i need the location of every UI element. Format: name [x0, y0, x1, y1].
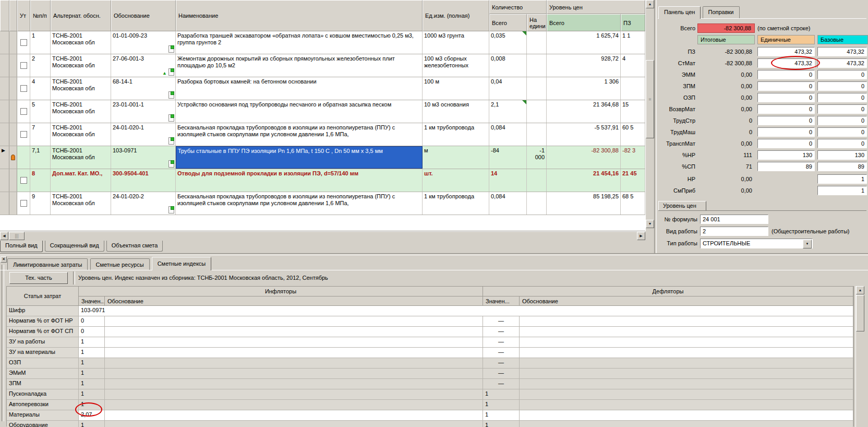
price-pz-cell[interactable]: 68 5: [621, 192, 645, 215]
inflator-basis-cell[interactable]: [105, 379, 483, 389]
header-num[interactable]: №п/п: [30, 0, 51, 31]
alt-basis-cell[interactable]: ТСНБ-2001 Московская обл: [51, 77, 111, 100]
scroll-up-icon[interactable]: ▲: [856, 286, 864, 294]
num-cell[interactable]: 1: [30, 31, 51, 54]
attachment-icon[interactable]: [168, 68, 174, 76]
num-cell[interactable]: 4: [30, 77, 51, 100]
unit-price-field[interactable]: 89: [757, 162, 815, 171]
scrollbar-thumb[interactable]: [856, 295, 864, 331]
basis-cell[interactable]: 103-0971: [111, 146, 176, 169]
basis-cell[interactable]: 68-14-1: [111, 77, 176, 100]
base-price-field[interactable]: 1: [817, 174, 867, 184]
inflator-value-cell[interactable]: 1: [79, 389, 105, 399]
inflator-basis-cell[interactable]: [105, 327, 483, 337]
unit-cell[interactable]: 100 м3 сборных железобетонных: [423, 54, 489, 77]
alt-basis-cell[interactable]: ТСНБ-2001 Московская обл: [51, 54, 111, 77]
inflator-value-cell[interactable]: 0: [79, 327, 105, 337]
qty-cell[interactable]: 0,084: [489, 123, 527, 146]
num-cell[interactable]: 8: [30, 169, 51, 192]
name-cell[interactable]: Бесканальная прокладка трубопроводов в и…: [176, 123, 423, 146]
qty-per-unit-cell[interactable]: [527, 169, 547, 192]
deflator-basis-cell[interactable]: [520, 316, 853, 326]
tab-price-level[interactable]: Уровень цен: [658, 201, 706, 211]
qty-per-unit-cell[interactable]: [527, 123, 547, 146]
basis-cell[interactable]: 24-01-020-2: [111, 192, 176, 215]
price-pz-cell[interactable]: 21 45: [621, 169, 645, 192]
work-type-select[interactable]: СТРОИТЕЛЬНЫЕ ▼: [700, 239, 813, 248]
unit-price-field[interactable]: 0: [757, 116, 815, 125]
table-row[interactable]: 9 ТСНБ-2001 Московская обл 24-01-020-2 Б…: [0, 192, 645, 215]
base-price-field[interactable]: 1: [817, 186, 867, 195]
price-total-cell[interactable]: 21 364,68: [547, 100, 621, 123]
num-cell[interactable]: 7,1: [30, 146, 51, 169]
deflator-value-cell[interactable]: 1: [483, 421, 520, 427]
basis-cell[interactable]: 24-01-020-1: [111, 123, 176, 146]
alt-basis-cell[interactable]: ТСНБ-2001 Московская обл: [51, 192, 111, 215]
alt-basis-cell[interactable]: ТСНБ-2001 Московская обл: [51, 146, 111, 169]
work-kind-field[interactable]: 2: [700, 227, 768, 236]
deflator-basis-cell[interactable]: [520, 358, 853, 368]
price-total-cell[interactable]: 21 454,16: [547, 169, 621, 192]
table-row[interactable]: 7 ТСНБ-2001 Московская обл 24-01-020-1 Б…: [0, 123, 645, 146]
header-quantity-total[interactable]: Всего: [489, 14, 527, 31]
table-row[interactable]: 4 ТСНБ-2001 Московская обл 68-14-1 Разбо…: [0, 77, 645, 100]
inflator-value-cell[interactable]: 0: [79, 316, 105, 326]
alt-basis-cell[interactable]: Доп.мат. Кат. МО.,: [51, 169, 111, 192]
table-row[interactable]: 2 ТСНБ-2001 Московская обл 27-06-001-3▲ …: [0, 54, 645, 77]
unit-price-field[interactable]: 0: [757, 93, 815, 102]
table-row[interactable]: 8 Доп.мат. Кат. МО., 300-9504-401 Отводы…: [0, 169, 645, 192]
attachment-icon[interactable]: [168, 45, 174, 53]
basis-cell[interactable]: 27-06-001-3▲: [111, 54, 176, 77]
inflator-value-cell[interactable]: 1: [79, 369, 105, 378]
deflator-value-cell[interactable]: 1: [483, 389, 520, 399]
deflator-basis-cell[interactable]: [520, 348, 853, 358]
unit-price-field[interactable]: 0: [757, 104, 815, 114]
header-name[interactable]: Наименование: [176, 0, 423, 31]
unit-price-field[interactable]: 0: [757, 70, 815, 79]
scroll-down-icon[interactable]: ▼: [646, 220, 654, 228]
basis-cell[interactable]: 01-01-009-23: [111, 31, 176, 54]
approve-checkbox[interactable]: [20, 200, 27, 207]
approve-checkbox[interactable]: [20, 177, 27, 184]
attachment-icon[interactable]: [168, 206, 174, 214]
unit-price-field[interactable]: 0: [757, 81, 815, 91]
close-icon[interactable]: ✕: [1, 256, 7, 263]
inflator-basis-cell[interactable]: [105, 348, 483, 358]
deflator-value-cell[interactable]: —: [483, 337, 520, 347]
deflator-value-cell[interactable]: 1: [483, 410, 520, 420]
alt-basis-cell[interactable]: ТСНБ-2001 Московская обл: [51, 31, 111, 54]
name-cell[interactable]: Жемонтаж дорожных покрытий из сборных пр…: [176, 54, 423, 77]
header-alt-basis[interactable]: Альтернат. обосн.: [51, 0, 111, 31]
num-cell[interactable]: 9: [30, 192, 51, 215]
deflator-value-cell[interactable]: —: [483, 358, 520, 368]
inflator-value-cell[interactable]: 1: [79, 379, 105, 389]
qty-cell[interactable]: 14: [489, 169, 527, 192]
chevron-down-icon[interactable]: ▼: [803, 240, 812, 248]
header-basis[interactable]: Обоснование: [111, 0, 176, 31]
price-total-cell[interactable]: -5 537,91: [547, 123, 621, 146]
inflator-basis-cell[interactable]: [105, 369, 483, 378]
inflator-basis-cell[interactable]: [105, 389, 483, 399]
inflator-basis-cell[interactable]: [105, 400, 483, 410]
price-total-cell[interactable]: 1 625,74: [547, 31, 621, 54]
panel-edge-splitter[interactable]: [2, 265, 4, 421]
unit-cell[interactable]: 10 м3 основания: [423, 100, 489, 123]
qty-per-unit-cell[interactable]: [527, 54, 547, 77]
tech-part-button[interactable]: Тех. часть: [9, 272, 68, 284]
deflator-basis-cell[interactable]: [520, 410, 853, 420]
tab-short-view[interactable]: Сокращенный вид: [45, 241, 104, 252]
inflator-value-cell[interactable]: 1: [79, 358, 105, 368]
unit-price-field[interactable]: 0: [757, 127, 815, 137]
name-cell[interactable]: Разборка бортовых камней: на бетонном ос…: [176, 77, 423, 100]
qty-cell[interactable]: 0,04: [489, 77, 527, 100]
approve-checkbox[interactable]: [20, 131, 27, 138]
deflator-value-cell[interactable]: —: [483, 369, 520, 378]
tab-estimate-indexes[interactable]: Сметные индексы: [152, 257, 212, 270]
deflator-value-cell[interactable]: —: [483, 348, 520, 358]
qty-cell[interactable]: 2,1: [489, 100, 527, 123]
qty-cell[interactable]: -84: [489, 146, 527, 169]
inflator-basis-cell[interactable]: [105, 410, 483, 420]
qty-per-unit-cell[interactable]: [527, 100, 547, 123]
table-row[interactable]: 5 ТСНБ-2001 Московская обл 23-01-001-1 У…: [0, 100, 645, 123]
qty-cell[interactable]: 0,008: [489, 54, 527, 77]
